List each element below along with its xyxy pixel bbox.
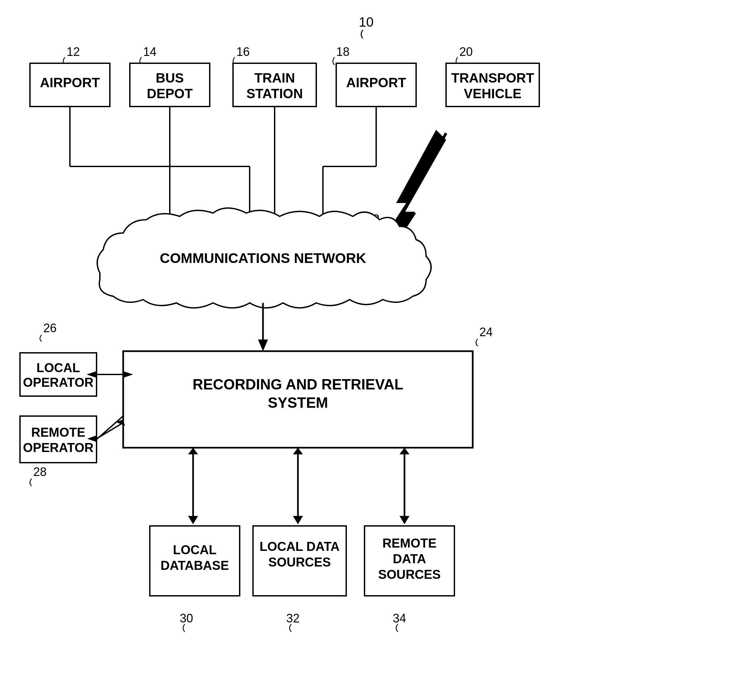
dummy (96, 416, 123, 431)
recording-label-line1: RECORDING AND RETRIEVAL (193, 376, 403, 393)
to-local-ds-arrow-up (293, 448, 303, 454)
local-db-label-line2: DATABASE (160, 559, 229, 573)
ref-24: 24 (479, 325, 493, 339)
transport-vehicle-label-line1: TRANSPORT (451, 71, 534, 85)
ref-20: 20 (459, 45, 473, 59)
local-operator-label-line2: OPERATOR (23, 376, 93, 390)
remote-ds-label-line2: DATA (393, 552, 426, 566)
diagram: 10 12 14 16 18 20 AIRPORT BUS DEPOT TRAI… (0, 0, 752, 700)
to-local-db-arrow-up (188, 448, 198, 454)
to-local-db-arrow-down (188, 516, 198, 524)
local-operator-label-line1: LOCAL (37, 361, 80, 375)
cloud-to-recording-arrow (258, 340, 268, 351)
airport1-label: AIRPORT (40, 75, 100, 90)
recording-label-line2: SYSTEM (268, 394, 328, 411)
remote-op-connector (96, 423, 123, 439)
local-db-label-line1: LOCAL (173, 543, 217, 557)
bus-depot-label-line1: BUS (156, 71, 184, 85)
remote-operator-label-line1: REMOTE (31, 425, 85, 439)
to-remote-ds-arrow-up (399, 448, 409, 454)
ref-34: 34 (393, 612, 406, 625)
train-station-label-line2: STATION (246, 86, 303, 101)
ref-28: 28 (33, 465, 47, 479)
remote-operator-box (20, 416, 96, 463)
ref-10: 10 (359, 15, 374, 29)
ref-30: 30 (180, 612, 193, 625)
diagram-svg: 10 12 14 16 18 20 AIRPORT BUS DEPOT TRAI… (0, 0, 752, 700)
to-remote-ds-arrow-down (399, 516, 409, 524)
bus-depot-label-line2: DEPOT (147, 86, 193, 101)
ref-26: 26 (43, 321, 57, 335)
transport-vehicle-label-line2: VEHICLE (464, 86, 521, 101)
remote-ds-label-line1: REMOTE (382, 536, 437, 550)
to-local-ds-arrow-down (293, 516, 303, 524)
remote-operator-label-line2: OPERATOR (23, 441, 93, 455)
local-ds-label-line1: LOCAL DATA (259, 540, 340, 554)
ref-18: 18 (336, 45, 350, 59)
airport2-label: AIRPORT (346, 75, 406, 90)
ref-16: 16 (236, 45, 250, 59)
remote-ds-label-line3: SOURCES (378, 568, 441, 582)
ref-14: 14 (143, 45, 157, 59)
ref-32: 32 (286, 612, 300, 625)
local-ds-label-line2: SOURCES (268, 555, 331, 569)
ref-12: 12 (67, 45, 80, 59)
cloud-label: COMMUNICATIONS NETWORK (160, 250, 366, 266)
train-station-label-line1: TRAIN (254, 71, 295, 85)
